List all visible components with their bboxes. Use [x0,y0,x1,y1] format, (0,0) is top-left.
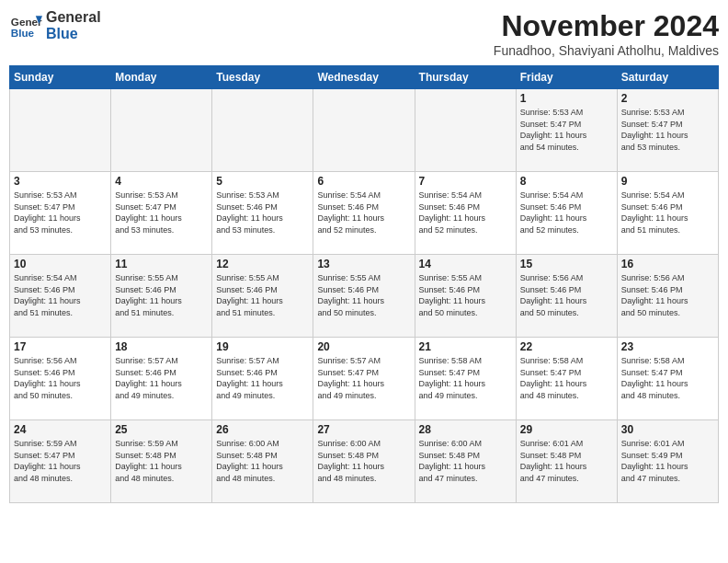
calendar-cell: 6Sunrise: 5:54 AMSunset: 5:46 PMDaylight… [313,172,415,255]
cell-info: Sunrise: 5:54 AMSunset: 5:46 PMDaylight:… [520,190,613,236]
day-number: 15 [520,258,613,270]
calendar-cell: 14Sunrise: 5:55 AMSunset: 5:46 PMDayligh… [415,255,516,338]
calendar-cell: 21Sunrise: 5:58 AMSunset: 5:47 PMDayligh… [415,338,516,420]
day-number: 26 [216,423,309,436]
calendar-cell [212,89,313,172]
day-number: 10 [14,258,107,270]
header-day-friday: Friday [516,66,617,89]
day-number: 24 [14,423,107,436]
day-number: 18 [115,340,208,353]
cell-info: Sunrise: 6:00 AMSunset: 5:48 PMDaylight:… [216,438,309,484]
calendar-cell: 28Sunrise: 6:00 AMSunset: 5:48 PMDayligh… [415,420,516,503]
calendar-cell [313,89,415,172]
cell-info: Sunrise: 5:59 AMSunset: 5:47 PMDaylight:… [14,438,107,484]
day-number: 23 [621,340,714,353]
calendar-cell: 4Sunrise: 5:53 AMSunset: 5:47 PMDaylight… [111,172,212,255]
cell-info: Sunrise: 5:54 AMSunset: 5:46 PMDaylight:… [419,190,512,236]
calendar-cell: 1Sunrise: 5:53 AMSunset: 5:47 PMDaylight… [516,89,617,172]
day-number: 28 [419,423,512,436]
cell-info: Sunrise: 5:58 AMSunset: 5:47 PMDaylight:… [621,355,714,401]
cell-info: Sunrise: 5:57 AMSunset: 5:47 PMDaylight:… [317,355,410,401]
day-number: 29 [520,423,613,436]
day-number: 1 [520,92,613,105]
calendar-cell: 12Sunrise: 5:55 AMSunset: 5:46 PMDayligh… [212,255,313,338]
page-header: General Blue General Blue November 2024 … [9,9,719,58]
day-number: 19 [216,340,309,353]
calendar-cell: 13Sunrise: 5:55 AMSunset: 5:46 PMDayligh… [313,255,415,338]
cell-info: Sunrise: 5:53 AMSunset: 5:47 PMDaylight:… [115,190,208,236]
calendar-cell: 9Sunrise: 5:54 AMSunset: 5:46 PMDaylight… [617,172,718,255]
header-day-wednesday: Wednesday [313,66,415,89]
calendar-cell: 8Sunrise: 5:54 AMSunset: 5:46 PMDaylight… [516,172,617,255]
location: Funadhoo, Shaviyani Atholhu, Maldives [494,43,719,58]
cell-info: Sunrise: 5:55 AMSunset: 5:46 PMDaylight:… [317,272,410,318]
calendar-cell: 5Sunrise: 5:53 AMSunset: 5:46 PMDaylight… [212,172,313,255]
calendar-cell: 11Sunrise: 5:55 AMSunset: 5:46 PMDayligh… [111,255,212,338]
cell-info: Sunrise: 5:59 AMSunset: 5:48 PMDaylight:… [115,438,208,484]
cell-info: Sunrise: 5:58 AMSunset: 5:47 PMDaylight:… [520,355,613,401]
day-number: 6 [317,175,410,188]
logo-icon: General Blue [9,9,42,42]
logo-blue: Blue [46,26,101,42]
cell-info: Sunrise: 6:00 AMSunset: 5:48 PMDaylight:… [317,438,410,484]
cell-info: Sunrise: 5:56 AMSunset: 5:46 PMDaylight:… [520,272,613,318]
calendar-cell [415,89,516,172]
week-row-1: 1Sunrise: 5:53 AMSunset: 5:47 PMDaylight… [10,89,719,172]
day-number: 14 [419,258,512,270]
calendar-cell: 18Sunrise: 5:57 AMSunset: 5:46 PMDayligh… [111,338,212,420]
calendar-cell [10,89,111,172]
calendar-cell: 16Sunrise: 5:56 AMSunset: 5:46 PMDayligh… [617,255,718,338]
calendar-cell: 7Sunrise: 5:54 AMSunset: 5:46 PMDaylight… [415,172,516,255]
day-number: 3 [14,175,107,188]
calendar-header: SundayMondayTuesdayWednesdayThursdayFrid… [10,66,719,89]
cell-info: Sunrise: 5:53 AMSunset: 5:47 PMDaylight:… [621,107,714,153]
header-day-monday: Monday [111,66,212,89]
cell-info: Sunrise: 5:56 AMSunset: 5:46 PMDaylight:… [621,272,714,318]
day-number: 25 [115,423,208,436]
cell-info: Sunrise: 6:01 AMSunset: 5:48 PMDaylight:… [520,438,613,484]
calendar-cell [111,89,212,172]
cell-info: Sunrise: 6:01 AMSunset: 5:49 PMDaylight:… [621,438,714,484]
calendar-cell: 2Sunrise: 5:53 AMSunset: 5:47 PMDaylight… [617,89,718,172]
calendar-cell: 22Sunrise: 5:58 AMSunset: 5:47 PMDayligh… [516,338,617,420]
week-row-4: 17Sunrise: 5:56 AMSunset: 5:46 PMDayligh… [10,338,719,420]
day-number: 12 [216,258,309,270]
cell-info: Sunrise: 6:00 AMSunset: 5:48 PMDaylight:… [419,438,512,484]
cell-info: Sunrise: 5:58 AMSunset: 5:47 PMDaylight:… [419,355,512,401]
day-number: 11 [115,258,208,270]
header-row: SundayMondayTuesdayWednesdayThursdayFrid… [10,66,719,89]
week-row-2: 3Sunrise: 5:53 AMSunset: 5:47 PMDaylight… [10,172,719,255]
day-number: 5 [216,175,309,188]
calendar-cell: 30Sunrise: 6:01 AMSunset: 5:49 PMDayligh… [617,420,718,503]
day-number: 22 [520,340,613,353]
calendar-cell: 3Sunrise: 5:53 AMSunset: 5:47 PMDaylight… [10,172,111,255]
week-row-5: 24Sunrise: 5:59 AMSunset: 5:47 PMDayligh… [10,420,719,503]
calendar-cell: 26Sunrise: 6:00 AMSunset: 5:48 PMDayligh… [212,420,313,503]
header-day-thursday: Thursday [415,66,516,89]
cell-info: Sunrise: 5:54 AMSunset: 5:46 PMDaylight:… [621,190,714,236]
title-block: November 2024 Funadhoo, Shaviyani Atholh… [494,9,719,58]
day-number: 2 [621,92,714,105]
logo-text: General Blue [46,9,101,41]
day-number: 13 [317,258,410,270]
day-number: 27 [317,423,410,436]
day-number: 7 [419,175,512,188]
cell-info: Sunrise: 5:53 AMSunset: 5:46 PMDaylight:… [216,190,309,236]
calendar-cell: 19Sunrise: 5:57 AMSunset: 5:46 PMDayligh… [212,338,313,420]
day-number: 17 [14,340,107,353]
day-number: 16 [621,258,714,270]
day-number: 4 [115,175,208,188]
calendar-cell: 10Sunrise: 5:54 AMSunset: 5:46 PMDayligh… [10,255,111,338]
day-number: 20 [317,340,410,353]
calendar-cell: 15Sunrise: 5:56 AMSunset: 5:46 PMDayligh… [516,255,617,338]
logo: General Blue General Blue [9,9,101,42]
calendar-cell: 25Sunrise: 5:59 AMSunset: 5:48 PMDayligh… [111,420,212,503]
calendar-cell: 20Sunrise: 5:57 AMSunset: 5:47 PMDayligh… [313,338,415,420]
calendar-cell: 23Sunrise: 5:58 AMSunset: 5:47 PMDayligh… [617,338,718,420]
day-number: 8 [520,175,613,188]
calendar-cell: 17Sunrise: 5:56 AMSunset: 5:46 PMDayligh… [10,338,111,420]
logo-general: General [46,9,101,26]
day-number: 30 [621,423,714,436]
calendar-table: SundayMondayTuesdayWednesdayThursdayFrid… [9,65,719,503]
cell-info: Sunrise: 5:54 AMSunset: 5:46 PMDaylight:… [317,190,410,236]
